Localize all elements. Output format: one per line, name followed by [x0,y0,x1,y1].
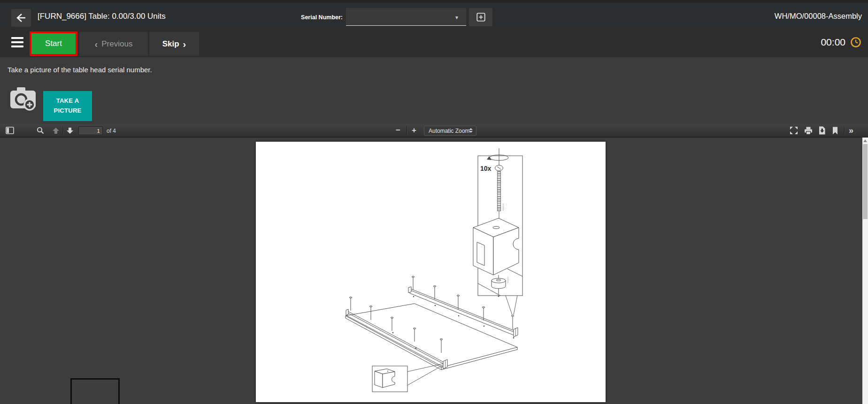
previous-label: Previous [101,39,132,49]
clock-icon [850,37,861,48]
manufacturing-order-reference: WH/MO/00008-Assembly [775,12,862,21]
zoom-in-button[interactable]: + [412,124,416,137]
serial-number-label: Serial Number: [282,14,343,21]
top-navbar: [FURN_9666] Table: 0.00/3.00 Units Seria… [0,0,868,27]
timer-value: 00:00 [821,37,845,48]
skip-label: Skip [162,39,179,49]
find-button[interactable] [37,124,44,137]
select-arrows-icon [469,128,473,133]
menu-button[interactable] [11,37,24,47]
scroll-up-arrow-icon[interactable] [863,139,867,142]
action-bar: Start ‹ Previous Skip › 00:00 [0,27,868,57]
toolbar-separator [844,127,845,134]
pdf-toolbar: of 4 − + Automatic Zoom [0,124,868,137]
expand-arrows-icon [790,126,798,135]
page-down-button[interactable] [66,124,74,137]
plus-icon: + [412,126,416,135]
assembly-diagram: 10x [256,142,606,402]
instruction-text: Take a picture of the table head serial … [8,66,152,74]
workorder-title: [FURN_9666] Table: 0.00/3.00 Units [38,12,166,21]
sidebar-toggle-button[interactable] [6,124,14,137]
pdf-viewer: 10x [0,137,868,404]
add-serial-button[interactable] [469,8,492,26]
chevron-right-icon: › [183,39,186,49]
arrow-down-icon [66,127,74,134]
start-button-highlight: Start [30,31,77,56]
double-chevron-icon: » [849,126,853,136]
printer-icon [804,127,813,135]
page-count-label: of 4 [107,128,116,134]
sidebar-panel-icon [6,127,14,134]
more-tools-button[interactable]: » [849,124,853,137]
quantity-label: 10x [480,165,492,172]
page-up-button[interactable] [52,124,60,137]
bookmark-button[interactable] [832,124,838,137]
arrow-up-icon [52,127,60,134]
back-button[interactable] [11,9,31,27]
minus-icon: − [396,126,400,135]
plus-square-icon [476,13,485,22]
hamburger-icon [11,37,23,39]
camera-plus-icon [8,84,38,112]
skip-button[interactable]: Skip › [149,32,199,56]
zoom-out-button[interactable]: − [396,124,400,137]
presentation-mode-button[interactable] [790,124,798,137]
print-button[interactable] [804,124,813,137]
timer: 00:00 [821,27,861,57]
zoom-mode-value: Automatic Zoom [429,128,469,134]
partial-image-frame [70,378,120,404]
bookmark-flag-icon [832,127,838,135]
page-number-input[interactable] [78,126,103,135]
worksheet-area: Take a picture of the table head serial … [0,57,868,124]
chevron-left-icon: ‹ [95,39,98,49]
take-picture-button[interactable]: TAKE A PICTURE [43,91,92,121]
pdf-scrollbar[interactable] [862,137,868,404]
pdf-scrollbar-thumb[interactable] [863,144,868,219]
arrow-left-icon [15,12,27,23]
previous-button[interactable]: ‹ Previous [79,32,148,56]
zoom-mode-select[interactable]: Automatic Zoom [424,126,476,136]
start-button[interactable]: Start [31,33,76,54]
download-page-icon [818,126,826,135]
serial-number-input[interactable] [346,8,466,26]
pdf-page: 10x [256,142,606,402]
toolbar-separator [63,127,63,134]
toolbar-separator [407,127,407,134]
magnifier-icon [37,127,44,134]
download-button[interactable] [818,124,826,137]
